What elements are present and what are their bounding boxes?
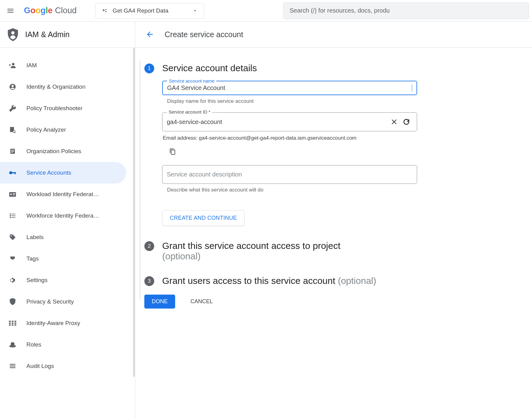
service-account-description-field[interactable]: Service account description (162, 165, 417, 184)
top-bar: Google Cloud Get GA4 Report Data Search … (0, 0, 532, 21)
service-account-name-field[interactable]: Service account name GA4 Service Account (162, 81, 417, 95)
sidebar-item-audit-logs[interactable]: Audit Logs (0, 355, 126, 377)
svg-rect-30 (12, 321, 14, 322)
svg-rect-25 (11, 217, 15, 218)
svg-rect-34 (14, 323, 16, 324)
svg-rect-21 (11, 214, 15, 215)
search-input[interactable]: Search (/) for resources, docs, produ (283, 2, 529, 19)
arrow-left-icon (146, 30, 154, 39)
sidebar-nav: IAMIdentity & OrganizationPolicy Trouble… (0, 48, 135, 377)
step-2-title: Grant this service account access to pro… (162, 241, 340, 261)
email-line: Email address: ga4-service-account@get-g… (163, 135, 442, 141)
regenerate-id-button[interactable] (400, 116, 413, 128)
sidebar-item-tags[interactable]: Tags (0, 248, 126, 269)
clear-id-button[interactable] (388, 116, 400, 128)
sidebar-item-label: Identity & Organization (26, 83, 85, 90)
project-icon (102, 7, 108, 14)
step-1-number: 1 (144, 64, 154, 73)
desc-helper: Describe what this service account will … (167, 187, 442, 193)
gear-icon (9, 276, 17, 284)
step-2-header[interactable]: 2 Grant this service account access to p… (144, 241, 442, 261)
svg-rect-27 (9, 321, 11, 322)
svg-rect-16 (9, 192, 16, 197)
cloud-word: Cloud (55, 6, 77, 15)
svg-point-6 (12, 85, 14, 87)
account-icon (9, 83, 17, 91)
svg-rect-18 (13, 193, 15, 194)
sidebar-item-roles[interactable]: Roles (0, 334, 126, 355)
step-1-header: 1 Service account details (144, 63, 442, 73)
sidebar-item-label: Labels (26, 234, 44, 241)
sidebar-title: IAM & Admin (25, 30, 70, 39)
id-label: Service account ID * (167, 109, 212, 114)
svg-rect-39 (10, 367, 15, 368)
caret-down-icon (192, 8, 198, 14)
sidebar-item-iam[interactable]: IAM (0, 55, 126, 76)
svg-rect-31 (12, 323, 14, 324)
sidebar-item-privacy-security[interactable]: Privacy & Security (0, 291, 126, 312)
sidebar-item-label: Audit Logs (26, 363, 54, 370)
proxy-icon (9, 319, 17, 327)
main-content: Create service account 1 Service account… (135, 21, 532, 418)
sidebar-item-labels[interactable]: Labels (0, 226, 126, 248)
hamburger-menu-button[interactable] (3, 3, 18, 18)
svg-rect-38 (10, 366, 15, 366)
sidebar-item-workforce-identity-federa[interactable]: Workforce Identity Federa… (0, 205, 126, 226)
sidebar-item-policy-analyzer[interactable]: Policy Analyzer (0, 119, 126, 141)
cancel-button[interactable]: CANCEL (183, 295, 220, 308)
copy-email-button[interactable] (166, 145, 179, 158)
sidebar-item-label: Workload Identity Federat… (26, 191, 99, 198)
iam-admin-icon (7, 28, 18, 41)
done-button[interactable]: DONE (144, 295, 175, 308)
svg-rect-19 (13, 195, 15, 195)
svg-rect-15 (15, 172, 16, 174)
steps-container: 1 Service account details Service accoun… (135, 48, 442, 324)
svg-rect-32 (12, 324, 14, 326)
sidebar-item-label: Privacy & Security (26, 298, 74, 305)
copy-icon (169, 148, 176, 155)
search-placeholder: Search (/) for resources, docs, produ (290, 7, 390, 14)
policy-icon (9, 126, 17, 134)
svg-point-1 (105, 9, 107, 10)
hamburger-icon (6, 7, 14, 15)
sidebar-header: IAM & Admin (0, 21, 135, 48)
svg-rect-11 (11, 151, 14, 152)
back-button[interactable] (144, 28, 156, 41)
page-title: Create service account (165, 30, 243, 39)
svg-rect-28 (9, 323, 11, 324)
sidebar-item-label: Organization Policies (26, 148, 81, 155)
step-3-header[interactable]: 3 Grant users access to this service acc… (144, 276, 442, 286)
name-helper: Display name for this service account (167, 98, 442, 104)
lines-icon (9, 362, 17, 370)
sidebar-item-label: IAM (26, 62, 37, 69)
svg-point-4 (12, 63, 14, 65)
sidebar-item-workload-identity-federat[interactable]: Workload Identity Federat… (0, 184, 126, 205)
sidebar-item-identity-organization[interactable]: Identity & Organization (0, 76, 126, 98)
svg-point-17 (10, 194, 12, 195)
sidebar-item-service-accounts[interactable]: Service Accounts (0, 162, 126, 184)
sidebar-item-label: Workforce Identity Federa… (26, 212, 99, 219)
page-actions: DONE CANCEL (144, 295, 442, 308)
step-3-number: 3 (144, 276, 154, 286)
sidebar-item-policy-troubleshooter[interactable]: Policy Troubleshooter (0, 98, 126, 119)
sidebar-item-label: Policy Troubleshooter (26, 105, 83, 112)
service-account-id-field[interactable]: Service account ID * ga4-service-account (162, 112, 417, 131)
project-selector[interactable]: Get GA4 Report Data (95, 3, 204, 18)
sidebar-item-label: Service Accounts (26, 169, 71, 176)
sidebar-item-identity-aware-proxy[interactable]: Identity-Aware Proxy (0, 312, 126, 334)
badge-icon (9, 190, 17, 198)
refresh-icon (403, 118, 410, 126)
google-wordmark: Google (24, 6, 53, 15)
desc-placeholder: Service account description (167, 171, 242, 178)
sidebar-item-settings[interactable]: Settings (0, 269, 126, 291)
svg-rect-12 (11, 152, 13, 153)
close-icon (390, 118, 398, 126)
list-icon (9, 212, 17, 220)
svg-point-0 (103, 9, 104, 11)
sidebar-item-label: Settings (26, 277, 48, 284)
svg-point-26 (11, 235, 12, 237)
sidebar-item-label: Identity-Aware Proxy (26, 320, 80, 327)
sidebar-item-organization-policies[interactable]: Organization Policies (0, 141, 126, 162)
google-cloud-logo[interactable]: Google Cloud (24, 6, 77, 15)
create-and-continue-button[interactable]: CREATE AND CONTINUE (162, 210, 244, 226)
